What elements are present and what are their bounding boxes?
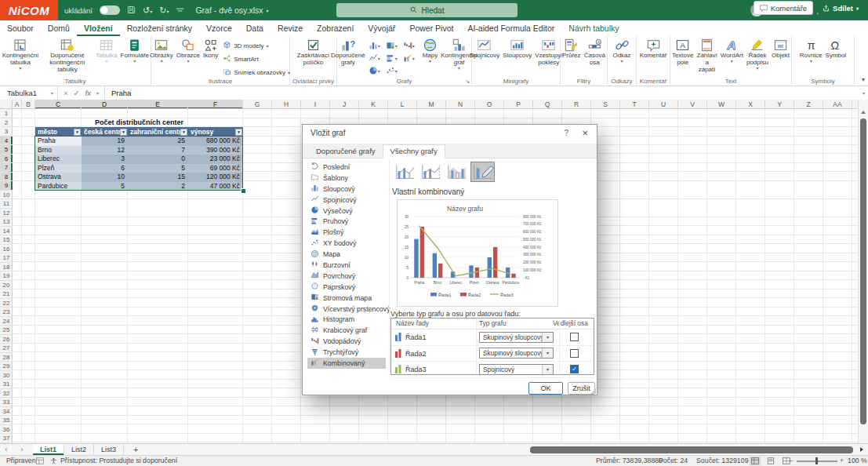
ribbon-button-prurez[interactable]: Průřez <box>561 37 583 60</box>
row-header-12[interactable]: 12 <box>0 209 13 218</box>
cell[interactable]: 10 <box>82 173 128 182</box>
sheet-tab-list2[interactable]: List2 <box>64 444 94 455</box>
dialog-close-icon[interactable]: × <box>582 127 588 139</box>
column-header-c[interactable]: C <box>35 100 82 109</box>
ribbon-button-3d-modely[interactable]: 3D modely▾ <box>223 41 290 51</box>
zoom-in-button[interactable]: + <box>840 456 844 466</box>
column-header-t[interactable]: T <box>620 100 649 109</box>
scroll-right-arrow[interactable] <box>860 447 863 452</box>
ribbon-button-formulare[interactable]: Formuláře▾ <box>119 37 151 64</box>
ribbon-button-column-chart-icon[interactable]: ▾ <box>369 40 385 52</box>
chart-type-histogram[interactable]: Histogram <box>307 314 386 325</box>
row-header-24[interactable]: 24 <box>0 317 13 326</box>
row-header-19[interactable]: 19 <box>0 271 13 281</box>
row-header-20[interactable]: 20 <box>0 281 13 290</box>
chart-type-select-rada1[interactable]: Skupinový sloupcový▾ <box>479 332 554 343</box>
cell[interactable]: 25 <box>128 137 188 146</box>
menu-tab-zobrazeni[interactable]: Zobrazení <box>310 20 361 36</box>
header-cell-vynosy[interactable]: výnosy▾ <box>188 127 243 137</box>
confirm-entry-icon[interactable]: ✓ <box>74 89 80 97</box>
row-header-14[interactable]: 14 <box>0 227 13 236</box>
chart-type-select-rada2[interactable]: Skupinový sloupcový▾ <box>479 348 554 359</box>
ribbon-button-kontingencni-tabulka[interactable]: Kontingenční tabulka▾ <box>0 37 41 71</box>
row-header-32[interactable]: 32 <box>0 389 13 399</box>
chart-type-mapa[interactable]: Mapa <box>307 249 386 260</box>
search-input[interactable]: Hledat <box>336 3 518 17</box>
ribbon-button-spojnicovy[interactable]: Spojnicový <box>468 37 502 60</box>
zoom-out-button[interactable]: – <box>789 456 793 466</box>
vertical-scrollbar[interactable] <box>858 100 868 443</box>
row-header-2[interactable]: 2 <box>0 118 13 128</box>
row-header-27[interactable]: 27 <box>0 344 13 353</box>
expand-formula-bar-icon[interactable]: ▾ <box>863 90 865 96</box>
ribbon-button-scatter-chart-icon[interactable]: ▾ <box>386 65 402 77</box>
column-header-s[interactable]: S <box>591 100 620 109</box>
table-row[interactable]: Pardubice5247 000 Kč <box>35 182 243 191</box>
row-header-16[interactable]: 16 <box>0 245 13 254</box>
row-header-10[interactable]: 10 <box>0 191 13 200</box>
menu-tab-domu[interactable]: Domů <box>41 20 77 36</box>
row-header-13[interactable]: 13 <box>0 217 13 227</box>
column-header-l[interactable]: L <box>388 100 417 109</box>
ribbon-button-vzestupy-poklesy[interactable]: Vzestupy/ poklesy <box>533 37 564 67</box>
chart-type-krabicovy-graf[interactable]: Krabicový graf <box>307 325 386 336</box>
column-header-k[interactable]: K <box>359 100 388 109</box>
accessibility-status[interactable]: Přístupnost: Prostudujte si doporučení <box>60 456 177 466</box>
cell[interactable]: 120 000 Kč <box>188 173 243 182</box>
tab-all-charts[interactable]: Všechny grafy <box>383 144 445 158</box>
row-header-11[interactable]: 11 <box>0 199 13 209</box>
macro-record-icon[interactable] <box>36 457 44 466</box>
custom-combination-icon[interactable] <box>470 162 495 182</box>
menu-tab-vyvojar[interactable]: Vývojář <box>361 20 402 36</box>
chart-type-stromova-mapa[interactable]: Stromová mapa <box>307 293 386 304</box>
ribbon-button-komentar[interactable]: Komentář <box>638 37 669 60</box>
ribbon-button-doporucene-kontingencni-tabulky[interactable]: Doporučené kontingenční tabulky <box>41 37 94 74</box>
menu-tab-vzorce[interactable]: Vzorce <box>199 20 239 36</box>
chart-type-posledni[interactable]: Poslední <box>307 162 386 173</box>
table-row[interactable]: Plzeň6569 000 Kč <box>35 164 243 173</box>
redo-button[interactable]: ↻▾ <box>159 5 169 16</box>
column-header-a[interactable]: A <box>13 100 22 109</box>
ribbon-button-doporucene-grafy[interactable]: ?Doporučené grafy <box>329 37 367 67</box>
chart-type-sloupcovy[interactable]: Sloupcový <box>307 184 386 195</box>
menu-tab-ai-aided-formula-editor[interactable]: AI-aided Formula Editor <box>460 20 561 36</box>
collapse-ribbon-icon[interactable]: ▾ <box>862 76 865 83</box>
row-header-1[interactable]: 1 <box>0 109 13 118</box>
column-header-j[interactable]: J <box>330 100 359 109</box>
ribbon-button-snimek-obrazovky[interactable]: Snímek obrazovky▾ <box>223 67 290 78</box>
vertical-scrollbar-thumb[interactable] <box>860 118 866 424</box>
row-header-8[interactable]: 8 <box>0 173 13 182</box>
menu-tab-power-pivot[interactable]: Power Pivot <box>402 20 460 36</box>
share-button[interactable]: Sdílet ▾ <box>817 2 864 14</box>
secondary-axis-checkbox-rada2[interactable] <box>570 349 579 358</box>
ribbon-button-combo-chart-icon[interactable]: ▾ <box>403 53 419 64</box>
menu-tab-navrh-tabulky[interactable]: Návrh tabulky <box>561 20 626 36</box>
cell[interactable]: 12 <box>82 146 128 155</box>
column-header-r[interactable]: R <box>562 100 591 109</box>
row-header-22[interactable]: 22 <box>0 299 13 308</box>
ribbon-button-pie-chart-icon[interactable]: ▾ <box>369 65 385 77</box>
ribbon-button-bar-chart-icon[interactable]: ▾ <box>386 53 402 64</box>
cell[interactable]: 5 <box>128 164 188 173</box>
ribbon-button-rovnice[interactable]: πRovnice▾ <box>798 37 824 64</box>
table-row[interactable]: Liberec3023 000 Kč <box>35 155 243 164</box>
column-header-o[interactable]: O <box>475 100 504 109</box>
cell[interactable]: 23 000 Kč <box>188 155 243 164</box>
ribbon-button-wordart[interactable]: AWordArt▾ <box>719 37 745 64</box>
clustered-column-line-secondary-axis-icon[interactable] <box>419 162 443 182</box>
row-header-25[interactable]: 25 <box>0 326 13 335</box>
column-header-m[interactable]: M <box>417 100 446 109</box>
stacked-area-clustered-column-icon[interactable] <box>445 162 469 182</box>
row-header-36[interactable]: 36 <box>0 425 13 435</box>
name-box[interactable]: Tabulka1▾ <box>0 86 58 100</box>
menu-tab-vlozeni[interactable]: Vložení <box>77 20 120 36</box>
fill-handle[interactable] <box>241 188 246 194</box>
ribbon-button-tabulka[interactable]: Tabulka▾ <box>94 37 119 64</box>
ribbon-button-treemap-chart-icon[interactable]: ▾ <box>386 40 402 52</box>
cancel-entry-icon[interactable]: × <box>64 89 68 97</box>
ribbon-button-ikony[interactable]: Ikony <box>202 37 220 60</box>
ribbon-button-sloupcovy[interactable]: Sloupcový <box>501 37 533 60</box>
column-header-d[interactable]: D <box>82 100 128 109</box>
prev-sheet-arrow[interactable]: ‹ <box>0 446 13 453</box>
add-sheet-button[interactable]: + <box>133 445 138 455</box>
